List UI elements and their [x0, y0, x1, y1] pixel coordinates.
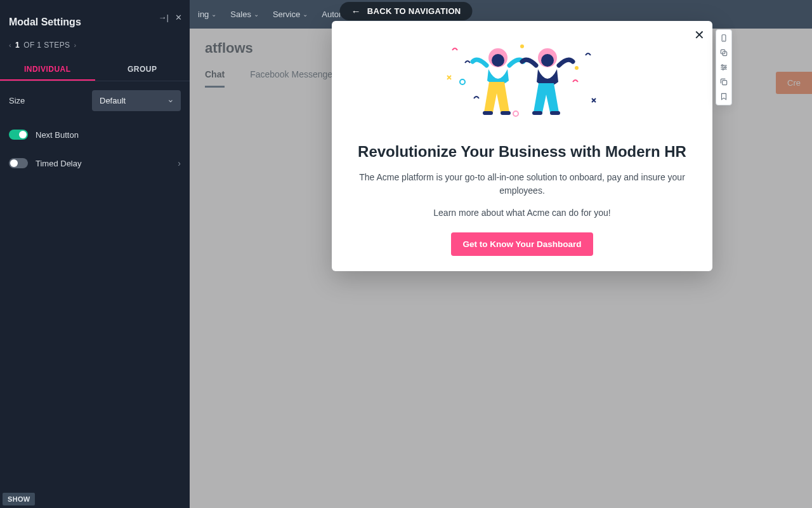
nav-item-label: Service	[273, 10, 300, 19]
settings-sliders-icon[interactable]	[719, 63, 728, 72]
step-text: OF 1 STEPS	[23, 41, 70, 50]
celebration-illustration	[352, 37, 692, 126]
modal-headline: Revolutionize Your Business with Modern …	[352, 143, 692, 161]
modal-body-2: Learn more about what Acme can do for yo…	[352, 206, 692, 220]
next-button-toggle[interactable]	[9, 130, 28, 140]
settings-panel: Modal Settings →| ✕ ‹ 1 OF 1 STEPS › IND…	[0, 0, 190, 508]
svg-rect-17	[483, 111, 493, 115]
arrow-left-icon: ←	[351, 6, 361, 17]
svg-rect-10	[723, 81, 727, 85]
svg-rect-18	[501, 111, 511, 115]
svg-rect-21	[532, 111, 542, 115]
svg-point-8	[724, 67, 726, 68]
svg-point-7	[722, 65, 723, 66]
collapse-icon[interactable]: →|	[159, 13, 169, 22]
size-row: Size Default	[0, 81, 190, 121]
panel-title: Modal Settings	[9, 6, 81, 28]
svg-point-13	[575, 66, 579, 70]
timed-delay-toggle[interactable]	[9, 158, 28, 168]
chevron-left-icon[interactable]: ‹	[9, 41, 11, 49]
size-value: Default	[100, 96, 126, 105]
mobile-preview-icon[interactable]	[719, 34, 728, 43]
timed-delay-label: Timed Delay	[36, 159, 170, 168]
step-current: 1	[15, 41, 20, 50]
nav-item-label: ing	[198, 10, 209, 19]
nav-item-label: Sales	[230, 10, 251, 19]
timed-delay-row[interactable]: Timed Delay ›	[0, 149, 190, 178]
svg-point-9	[723, 69, 724, 70]
chevron-down-icon: ⌄	[211, 11, 216, 18]
svg-point-12	[460, 79, 465, 84]
close-icon[interactable]: ✕	[175, 13, 182, 22]
modal-body-1: The Acme platform is your go-to all-in-o…	[352, 171, 692, 197]
svg-point-14	[513, 111, 518, 116]
svg-point-16	[492, 54, 504, 67]
chevron-down-icon: ⌄	[254, 11, 259, 18]
copy-icon[interactable]	[719, 48, 728, 57]
svg-point-20	[541, 54, 554, 67]
nav-item-marketing[interactable]: ing⌄	[198, 10, 216, 19]
segmented-tabs: INDIVIDUAL GROUP	[0, 58, 190, 81]
modal-cta-button[interactable]: Get to Know Your Dashboard	[451, 232, 593, 256]
bookmark-icon[interactable]	[719, 92, 728, 101]
back-label: BACK TO NAVIGATION	[367, 6, 461, 16]
canvas-toolbar	[716, 29, 732, 105]
tab-group[interactable]: GROUP	[95, 58, 190, 81]
chevron-right-icon[interactable]: ›	[74, 41, 77, 49]
next-button-row: Next Button	[0, 121, 190, 149]
duplicate-icon[interactable]	[719, 77, 728, 86]
back-to-navigation-button[interactable]: ← BACK TO NAVIGATION	[340, 2, 473, 20]
size-label: Size	[9, 96, 25, 105]
tab-individual[interactable]: INDIVIDUAL	[0, 58, 95, 81]
chevron-right-icon: ›	[178, 158, 181, 168]
onboarding-modal: ✕	[332, 21, 712, 271]
nav-item-sales[interactable]: Sales⌄	[230, 10, 259, 19]
step-indicator: ‹ 1 OF 1 STEPS ›	[0, 30, 190, 58]
svg-point-11	[520, 44, 524, 48]
size-select[interactable]: Default	[92, 90, 181, 111]
chevron-down-icon: ⌄	[303, 11, 308, 18]
svg-rect-22	[550, 111, 560, 115]
close-icon[interactable]: ✕	[694, 27, 705, 43]
next-button-label: Next Button	[36, 130, 79, 140]
nav-item-service[interactable]: Service⌄	[273, 10, 308, 19]
show-button[interactable]: SHOW	[3, 493, 35, 505]
